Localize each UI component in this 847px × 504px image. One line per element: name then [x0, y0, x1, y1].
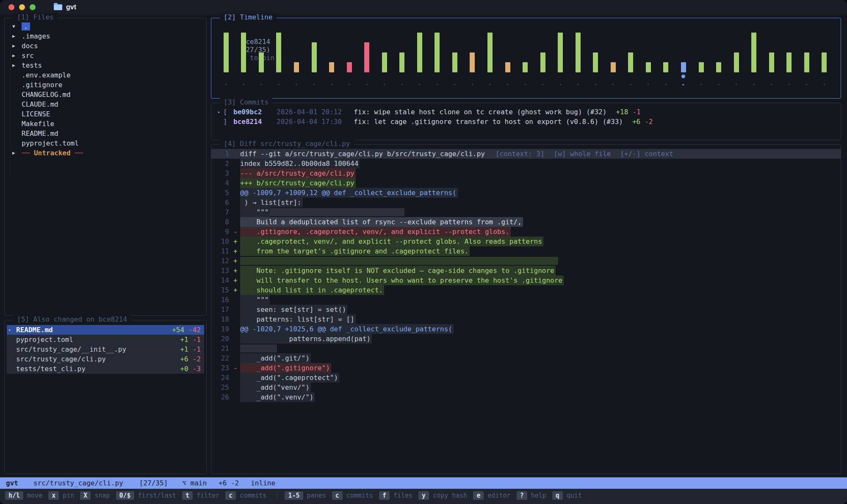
- diff-line[interactable]: 15+ should list it in .cageprotect.: [211, 285, 841, 295]
- key-chip[interactable]: e: [473, 491, 484, 500]
- diff-line[interactable]: 10+ .cageprotect, venv/, and explicit --…: [211, 237, 841, 246]
- timeline-bar[interactable]: [364, 42, 369, 72]
- key-chip[interactable]: 0/$: [116, 491, 134, 500]
- timeline-bar[interactable]: [558, 33, 563, 72]
- key-chip[interactable]: q: [552, 491, 563, 500]
- timeline-bar[interactable]: [611, 62, 616, 72]
- timeline-bar[interactable]: [663, 62, 668, 72]
- zoom-button-icon[interactable]: [30, 4, 36, 10]
- diff-line[interactable]: 25 _add("venv/"): [211, 383, 841, 392]
- timeline-bar[interactable]: [804, 52, 809, 72]
- diff-line[interactable]: 24 _add(".cageprotect"): [211, 373, 841, 383]
- timeline-bar[interactable]: [540, 52, 545, 72]
- key-chip[interactable]: c: [225, 491, 236, 500]
- key-chip[interactable]: y: [418, 491, 429, 500]
- timeline-bar[interactable]: [329, 62, 334, 72]
- commit-row[interactable]: ▸[be09bc22026-04-01 20:12fix: wipe stale…: [211, 107, 841, 117]
- file-row[interactable]: README.md: [5, 129, 206, 138]
- timeline-bar[interactable]: [487, 33, 493, 72]
- timeline-bar[interactable]: [347, 62, 352, 72]
- key-chip[interactable]: x: [48, 491, 59, 500]
- diff-line[interactable]: 22 _add(".git/"): [211, 353, 841, 363]
- key-chip[interactable]: h/l: [5, 491, 23, 500]
- file-row[interactable]: ▶src: [5, 51, 206, 61]
- timeline-bar[interactable]: [646, 62, 651, 72]
- file-row[interactable]: ▶.images: [5, 31, 206, 41]
- key-chip[interactable]: c: [332, 491, 343, 500]
- file-row[interactable]: CLAUDE.md: [5, 99, 206, 109]
- diff-line[interactable]: 23- _add(".gitignore"): [211, 363, 841, 373]
- diff-line[interactable]: 6 ) → list[str]:: [211, 198, 841, 207]
- timeline-bar[interactable]: [399, 52, 404, 72]
- timeline-bar[interactable]: [382, 52, 387, 72]
- key-chip[interactable]: t: [182, 491, 193, 500]
- diff-line[interactable]: 19@@ -1020,7 +1025,6 @@ def _collect_exc…: [211, 324, 841, 334]
- diff-line[interactable]: 7 """: [211, 207, 841, 217]
- file-row[interactable]: ▶docs: [5, 41, 206, 51]
- key-chip[interactable]: X: [80, 491, 91, 500]
- timeline-bar[interactable]: [417, 33, 422, 72]
- timeline-bar[interactable]: [822, 52, 827, 72]
- timeline-bar[interactable]: [224, 33, 229, 72]
- key-chip[interactable]: 1-5: [285, 491, 303, 500]
- timeline-bar[interactable]: [786, 52, 792, 72]
- diff-line[interactable]: 13+ Note: .gitignore itself is NOT exclu…: [211, 266, 841, 275]
- timeline-bar-selected[interactable]: [681, 62, 686, 72]
- timeline-bar[interactable]: [294, 62, 299, 72]
- timeline-bar[interactable]: [628, 52, 633, 72]
- timeline-bar[interactable]: [593, 52, 598, 72]
- changed-file-row[interactable]: tests/test_cli.py+0-3: [7, 364, 204, 374]
- changed-file-row[interactable]: ▸README.md+54-42: [7, 325, 204, 335]
- timeline-bar[interactable]: [699, 62, 704, 72]
- timeline-bar[interactable]: [769, 52, 774, 72]
- disclosure-triangle-icon[interactable]: ▶: [12, 33, 22, 39]
- timeline-bar[interactable]: [435, 33, 440, 72]
- file-row[interactable]: ▶tests: [5, 61, 206, 70]
- file-row[interactable]: ▶── Untracked ──: [5, 148, 206, 158]
- timeline-bar[interactable]: [505, 62, 510, 72]
- diff-line[interactable]: 3--- a/src/trusty_cage/cli.py: [211, 168, 841, 178]
- changed-file-row[interactable]: pyproject.toml+1-1: [7, 335, 204, 344]
- key-chip[interactable]: ?: [517, 491, 527, 500]
- diff-line[interactable]: 12+: [211, 256, 841, 266]
- file-row[interactable]: LICENSE: [5, 109, 206, 119]
- timeline-bar[interactable]: [751, 33, 756, 72]
- disclosure-triangle-icon[interactable]: ▶: [12, 63, 22, 68]
- diff-line[interactable]: 1diff --git a/src/trusty_cage/cli.py b/s…: [211, 149, 841, 159]
- file-row[interactable]: Makefile: [5, 119, 206, 129]
- diff-line[interactable]: 21: [211, 344, 841, 353]
- disclosure-triangle-icon[interactable]: ▶: [12, 150, 22, 156]
- file-row[interactable]: pyproject.toml: [5, 138, 206, 148]
- diff-line[interactable]: 4+++ b/src/trusty_cage/cli.py: [211, 178, 841, 188]
- diff-line[interactable]: 17 seen: set[str] = set(): [211, 305, 841, 314]
- timeline-bar[interactable]: [276, 33, 281, 72]
- diff-line[interactable]: 16 """: [211, 295, 841, 305]
- timeline-bar[interactable]: [259, 52, 264, 72]
- timeline-bar[interactable]: [312, 42, 317, 72]
- changed-file-row[interactable]: src/trusty_cage/__init__.py+1-1: [7, 344, 204, 354]
- disclosure-triangle-icon[interactable]: ▼: [12, 24, 22, 29]
- timeline-bar[interactable]: [241, 33, 246, 72]
- close-button-icon[interactable]: [8, 4, 14, 10]
- file-row[interactable]: CHANGELOG.md: [5, 90, 206, 99]
- timeline-bar[interactable]: [523, 62, 528, 72]
- file-row[interactable]: ▼.: [5, 22, 206, 31]
- timeline-bar[interactable]: [734, 52, 739, 72]
- diff-line[interactable]: 18 patterns: list[str] = []: [211, 314, 841, 324]
- file-row[interactable]: .env.example: [5, 70, 206, 80]
- key-chip[interactable]: f: [379, 491, 390, 500]
- timeline-bar[interactable]: [576, 33, 581, 72]
- diff-line[interactable]: 2index b559d82..0b00da8 100644: [211, 159, 841, 168]
- file-row[interactable]: .gitignore: [5, 80, 206, 90]
- diff-line[interactable]: 14+ will transfer to the host. Users who…: [211, 275, 841, 285]
- disclosure-triangle-icon[interactable]: ▶: [12, 53, 22, 58]
- diff-line[interactable]: 5@@ -1009,7 +1009,12 @@ def _collect_exc…: [211, 188, 841, 198]
- timeline-bar[interactable]: [716, 62, 721, 72]
- timeline-bar[interactable]: [452, 52, 457, 72]
- diff-line[interactable]: 9- .gitignore, .cageprotect, venv/, and …: [211, 227, 841, 237]
- diff-line[interactable]: 26 _add(".venv/"): [211, 392, 841, 402]
- timeline-bar[interactable]: [470, 52, 475, 72]
- changed-file-row[interactable]: src/trusty_cage/cli.py+6-2: [7, 354, 204, 364]
- commit-row[interactable]: ]bce82142026-04-04 17:30fix: let cage .g…: [211, 117, 841, 127]
- diff-line[interactable]: 11+ from the target's .gitignore and .ca…: [211, 246, 841, 256]
